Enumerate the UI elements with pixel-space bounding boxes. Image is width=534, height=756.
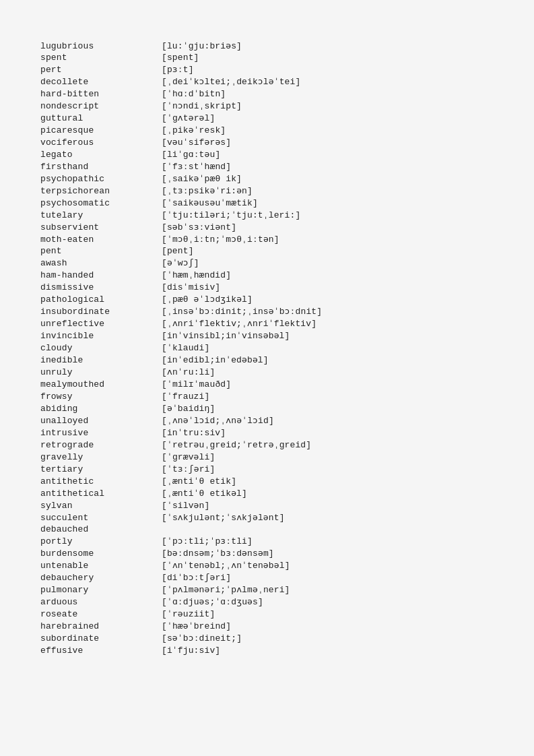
word: pert bbox=[40, 65, 162, 75]
word-row: firsthand[ˈfɜːstˈhænd] bbox=[40, 161, 494, 172]
word: firsthand bbox=[40, 162, 162, 172]
word-row: burdensome[bəːdnsəm;ˈbɜːdənsəm] bbox=[40, 548, 494, 559]
word-row: gravelly[ˈgrævəli] bbox=[40, 451, 494, 462]
word-row: unalloyed[ˌʌnəˈlɔid;ˌʌnəˈlɔid] bbox=[40, 415, 494, 426]
word-row: antithetical[ˌæntiˈθ etikəl] bbox=[40, 488, 494, 499]
pronunciation: [ˈklaudi] bbox=[162, 342, 209, 353]
pronunciation: [pent] bbox=[162, 246, 194, 256]
word: roseate bbox=[40, 609, 162, 619]
word-row: effusive[iˈfju:siv] bbox=[40, 645, 494, 656]
pronunciation: [inˈvinsibl;inˈvinsəbəl] bbox=[162, 330, 290, 341]
word: intrusive bbox=[40, 428, 162, 438]
word: burdensome bbox=[40, 548, 162, 559]
pronunciation: [ˈrəuziit] bbox=[162, 608, 215, 619]
word: dismissive bbox=[40, 282, 162, 292]
word: lugubrious bbox=[40, 41, 162, 51]
word-row: decollete[ˌdeiˈkɔltei;ˌdeikɔləˈtei] bbox=[40, 76, 494, 87]
word: antithetic bbox=[40, 476, 162, 486]
word-row: debauched bbox=[40, 524, 494, 534]
word-row: retrograde[ˈretrəuˌgreid;ˈretrəˌgreid] bbox=[40, 439, 494, 450]
word-row: portly[ˈpɔːtli;ˈpɜːtli] bbox=[40, 536, 494, 546]
word: unruly bbox=[40, 367, 162, 377]
pronunciation: [ˌʌnriˈflektiv;ˌʌnriˈflektiv] bbox=[162, 318, 316, 329]
word-list: lugubrious[lu:ˈgju:briəs]spent[spent]per… bbox=[40, 40, 494, 656]
word: pulmonary bbox=[40, 585, 162, 595]
pronunciation: [ˈpɔːtli;ˈpɜːtli] bbox=[162, 536, 253, 546]
word: subservient bbox=[40, 222, 162, 232]
word: subordinate bbox=[40, 633, 162, 643]
word-row: arduous[ˈɑːdjuəs;ˈɑːdʒuəs] bbox=[40, 596, 494, 607]
word-row: psychopathic[ˌsaikəˈpæθ ik] bbox=[40, 173, 494, 184]
pronunciation: [ˌtɜːpsikəˈri:ən] bbox=[162, 185, 253, 196]
word-row: awash[əˈwɔʃ] bbox=[40, 257, 494, 268]
word-row: pathological[ˌpæθ əˈlɔdʒikəl] bbox=[40, 294, 494, 305]
word: psychosomatic bbox=[40, 198, 162, 208]
pronunciation: [spent] bbox=[162, 53, 199, 63]
word: tutelary bbox=[40, 210, 162, 220]
pronunciation: [pɜːt] bbox=[162, 64, 194, 75]
word-row: pulmonary[ˈpʌlmənəri;ˈpʌlməˌneri] bbox=[40, 584, 494, 595]
pronunciation: [inˈtru:siv] bbox=[162, 427, 226, 438]
word: unalloyed bbox=[40, 416, 162, 426]
word-row: cloudy[ˈklaudi] bbox=[40, 342, 494, 353]
word: unreflective bbox=[40, 319, 162, 329]
word: frowsy bbox=[40, 391, 162, 402]
word-row: intrusive[inˈtru:siv] bbox=[40, 427, 494, 438]
word: debauched bbox=[40, 524, 162, 534]
pronunciation: [ˈgrævəli] bbox=[162, 451, 215, 462]
pronunciation: [iˈfju:siv] bbox=[162, 645, 220, 656]
word-row: hard-bitten[ˈhɑːdˈbitn] bbox=[40, 88, 494, 99]
pronunciation: [diˈbɔːtʃəri] bbox=[162, 572, 231, 583]
word-row: frowsy[ˈfrauzi] bbox=[40, 391, 494, 402]
word-row: tutelary[ˈtju:tiləri;ˈtju:tˌleri:] bbox=[40, 210, 494, 220]
word: terpsichorean bbox=[40, 186, 162, 196]
word: psychopathic bbox=[40, 174, 162, 184]
pronunciation: [inˈedibl;inˈedəbəl] bbox=[162, 354, 269, 365]
word-row: psychosomatic[ˈsaikəusəuˈmætik] bbox=[40, 197, 494, 208]
word-row: insubordinate[ˌinsəˈbɔːdinit;ˌinsəˈbɔːdn… bbox=[40, 306, 494, 317]
word: untenable bbox=[40, 561, 162, 571]
pronunciation: [ʌnˈru:li] bbox=[162, 367, 215, 377]
word: harebrained bbox=[40, 621, 162, 631]
word: mealymouthed bbox=[40, 379, 162, 389]
word: pathological bbox=[40, 294, 162, 305]
word-row: harebrained[ˈhæəˈbreind] bbox=[40, 621, 494, 631]
pronunciation: [ˌdeiˈkɔltei;ˌdeikɔləˈtei] bbox=[162, 76, 300, 87]
word: portly bbox=[40, 536, 162, 546]
word: nondescript bbox=[40, 101, 162, 111]
pronunciation: [ˌpæθ əˈlɔdʒikəl] bbox=[162, 294, 253, 305]
word-row: unruly[ʌnˈru:li] bbox=[40, 367, 494, 377]
word-row: subservient[səbˈsɜːviənt] bbox=[40, 222, 494, 232]
word-row: terpsichorean[ˌtɜːpsikəˈri:ən] bbox=[40, 185, 494, 196]
word: invincible bbox=[40, 331, 162, 341]
word-row: antithetic[ˌæntiˈθ etik] bbox=[40, 476, 494, 486]
word: gravelly bbox=[40, 452, 162, 462]
word-row: pert[pɜːt] bbox=[40, 64, 494, 75]
word: cloudy bbox=[40, 343, 162, 353]
word-row: unreflective[ˌʌnriˈflektiv;ˌʌnriˈflektiv… bbox=[40, 318, 494, 329]
word-row: inedible[inˈedibl;inˈedəbəl] bbox=[40, 354, 494, 365]
word: ham-handed bbox=[40, 270, 162, 280]
pronunciation: [ˈnɔndiˌskript] bbox=[162, 100, 242, 111]
pronunciation: [ˈfrauzi] bbox=[162, 391, 209, 402]
pronunciation: [ˈtɜːʃəri] bbox=[162, 464, 215, 474]
pronunciation: [ˈsilvən] bbox=[162, 500, 209, 511]
pronunciation: [ˈsaikəusəuˈmætik] bbox=[162, 197, 258, 208]
pronunciation: [ˈhæmˌhændid] bbox=[162, 270, 231, 280]
pronunciation: [ˌsaikəˈpæθ ik] bbox=[162, 173, 242, 184]
pronunciation: [əˈbaidiŋ] bbox=[162, 403, 215, 414]
word-row: mealymouthed[ˈmilɪˈmauðd] bbox=[40, 379, 494, 389]
word-row: untenable[ˈʌnˈtenəbl;ˌʌnˈtenəbəl] bbox=[40, 560, 494, 571]
word-row: abiding[əˈbaidiŋ] bbox=[40, 403, 494, 414]
word-row: sylvan[ˈsilvən] bbox=[40, 500, 494, 511]
word-row: tertiary[ˈtɜːʃəri] bbox=[40, 464, 494, 474]
word: legato bbox=[40, 150, 162, 160]
word: hard-bitten bbox=[40, 89, 162, 99]
word: guttural bbox=[40, 113, 162, 123]
word-row: dismissive[disˈmisiv] bbox=[40, 282, 494, 292]
pronunciation: [səbˈsɜːviənt] bbox=[162, 222, 236, 232]
pronunciation: [ˈfɜːstˈhænd] bbox=[162, 161, 231, 172]
pronunciation: [ˌæntiˈθ etik] bbox=[162, 476, 236, 486]
pronunciation: [ˈɑːdjuəs;ˈɑːdʒuəs] bbox=[162, 596, 263, 607]
pronunciation: [lu:ˈgju:briəs] bbox=[162, 40, 242, 51]
